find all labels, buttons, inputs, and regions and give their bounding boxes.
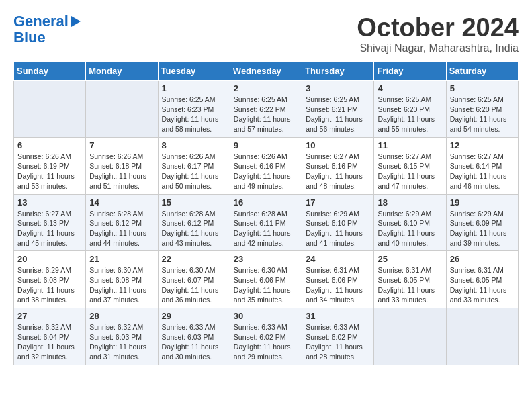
day-info: Sunrise: 6:25 AM Sunset: 6:20 PM Dayligh… (378, 95, 442, 134)
calendar-cell (446, 308, 518, 365)
day-info: Sunrise: 6:33 AM Sunset: 6:03 PM Dayligh… (162, 322, 226, 362)
day-info: Sunrise: 6:25 AM Sunset: 6:21 PM Dayligh… (306, 95, 370, 134)
day-number: 21 (89, 254, 154, 264)
day-number: 28 (89, 311, 154, 321)
location-title: Shivaji Nagar, Maharashtra, India (357, 42, 519, 54)
day-number: 6 (17, 140, 82, 150)
calendar-cell: 13Sunrise: 6:27 AM Sunset: 6:13 PM Dayli… (14, 194, 86, 251)
logo-blue-text: Blue (13, 29, 46, 46)
calendar-cell: 6Sunrise: 6:26 AM Sunset: 6:19 PM Daylig… (14, 137, 86, 194)
day-info: Sunrise: 6:28 AM Sunset: 6:11 PM Dayligh… (234, 209, 298, 248)
day-number: 18 (378, 197, 442, 208)
calendar-cell: 29Sunrise: 6:33 AM Sunset: 6:03 PM Dayli… (158, 308, 230, 365)
day-number: 30 (234, 311, 298, 321)
day-of-week-header: Saturday (446, 62, 518, 81)
day-number: 10 (306, 140, 370, 150)
day-info: Sunrise: 6:27 AM Sunset: 6:13 PM Dayligh… (17, 209, 82, 248)
day-info: Sunrise: 6:33 AM Sunset: 6:02 PM Dayligh… (234, 322, 298, 362)
month-title: October 2024 (357, 13, 519, 42)
day-number: 13 (17, 197, 82, 208)
calendar-cell: 11Sunrise: 6:27 AM Sunset: 6:15 PM Dayli… (374, 137, 446, 194)
calendar-cell: 7Sunrise: 6:26 AM Sunset: 6:18 PM Daylig… (86, 137, 158, 194)
day-number: 12 (450, 140, 515, 150)
calendar-cell: 2Sunrise: 6:25 AM Sunset: 6:22 PM Daylig… (230, 81, 302, 138)
calendar-week-row: 1Sunrise: 6:25 AM Sunset: 6:23 PM Daylig… (14, 81, 519, 138)
day-of-week-header: Wednesday (230, 62, 302, 81)
day-number: 11 (378, 140, 442, 150)
day-number: 7 (89, 140, 154, 150)
calendar-table: SundayMondayTuesdayWednesdayThursdayFrid… (13, 61, 519, 365)
day-number: 22 (162, 254, 226, 264)
day-info: Sunrise: 6:30 AM Sunset: 6:06 PM Dayligh… (234, 265, 298, 305)
calendar-cell: 20Sunrise: 6:29 AM Sunset: 6:08 PM Dayli… (14, 251, 86, 308)
day-number: 17 (306, 197, 370, 208)
calendar-cell: 28Sunrise: 6:32 AM Sunset: 6:03 PM Dayli… (86, 308, 158, 365)
day-info: Sunrise: 6:29 AM Sunset: 6:09 PM Dayligh… (450, 209, 515, 248)
calendar-cell: 4Sunrise: 6:25 AM Sunset: 6:20 PM Daylig… (374, 81, 446, 138)
calendar-cell: 24Sunrise: 6:31 AM Sunset: 6:06 PM Dayli… (302, 251, 374, 308)
title-section: October 2024 Shivaji Nagar, Maharashtra,… (357, 13, 519, 54)
calendar-cell (86, 81, 158, 138)
calendar-cell: 31Sunrise: 6:33 AM Sunset: 6:02 PM Dayli… (302, 308, 374, 365)
day-info: Sunrise: 6:30 AM Sunset: 6:07 PM Dayligh… (162, 265, 226, 305)
page-header: General Blue October 2024 Shivaji Nagar,… (13, 13, 519, 54)
calendar-cell: 26Sunrise: 6:31 AM Sunset: 6:05 PM Dayli… (446, 251, 518, 308)
day-info: Sunrise: 6:29 AM Sunset: 6:10 PM Dayligh… (378, 209, 442, 248)
day-info: Sunrise: 6:27 AM Sunset: 6:14 PM Dayligh… (450, 152, 515, 191)
calendar-cell: 16Sunrise: 6:28 AM Sunset: 6:11 PM Dayli… (230, 194, 302, 251)
day-of-week-header: Friday (374, 62, 446, 81)
calendar-cell (14, 81, 86, 138)
day-info: Sunrise: 6:27 AM Sunset: 6:15 PM Dayligh… (378, 152, 442, 191)
calendar-cell: 5Sunrise: 6:25 AM Sunset: 6:20 PM Daylig… (446, 81, 518, 138)
calendar-cell: 17Sunrise: 6:29 AM Sunset: 6:10 PM Dayli… (302, 194, 374, 251)
day-info: Sunrise: 6:32 AM Sunset: 6:03 PM Dayligh… (89, 322, 154, 362)
day-info: Sunrise: 6:26 AM Sunset: 6:16 PM Dayligh… (234, 152, 298, 191)
day-info: Sunrise: 6:28 AM Sunset: 6:12 PM Dayligh… (162, 209, 226, 248)
day-info: Sunrise: 6:33 AM Sunset: 6:02 PM Dayligh… (306, 322, 370, 362)
calendar-week-row: 13Sunrise: 6:27 AM Sunset: 6:13 PM Dayli… (14, 194, 519, 251)
calendar-cell: 9Sunrise: 6:26 AM Sunset: 6:16 PM Daylig… (230, 137, 302, 194)
day-of-week-header: Monday (86, 62, 158, 81)
day-number: 2 (234, 83, 298, 93)
calendar-cell: 15Sunrise: 6:28 AM Sunset: 6:12 PM Dayli… (158, 194, 230, 251)
day-info: Sunrise: 6:27 AM Sunset: 6:16 PM Dayligh… (306, 152, 370, 191)
calendar-cell: 1Sunrise: 6:25 AM Sunset: 6:23 PM Daylig… (158, 81, 230, 138)
day-number: 19 (450, 197, 515, 208)
day-info: Sunrise: 6:26 AM Sunset: 6:18 PM Dayligh… (89, 152, 154, 191)
day-number: 5 (450, 83, 515, 93)
day-of-week-header: Thursday (302, 62, 374, 81)
day-number: 27 (17, 311, 82, 321)
calendar-week-row: 20Sunrise: 6:29 AM Sunset: 6:08 PM Dayli… (14, 251, 519, 308)
calendar-cell: 22Sunrise: 6:30 AM Sunset: 6:07 PM Dayli… (158, 251, 230, 308)
day-number: 26 (450, 254, 515, 264)
calendar-cell: 30Sunrise: 6:33 AM Sunset: 6:02 PM Dayli… (230, 308, 302, 365)
day-info: Sunrise: 6:29 AM Sunset: 6:08 PM Dayligh… (17, 265, 82, 305)
day-info: Sunrise: 6:31 AM Sunset: 6:06 PM Dayligh… (306, 265, 370, 305)
calendar-week-row: 27Sunrise: 6:32 AM Sunset: 6:04 PM Dayli… (14, 308, 519, 365)
calendar-week-row: 6Sunrise: 6:26 AM Sunset: 6:19 PM Daylig… (14, 137, 519, 194)
day-number: 9 (234, 140, 298, 150)
day-number: 1 (162, 83, 226, 93)
calendar-cell: 21Sunrise: 6:30 AM Sunset: 6:08 PM Dayli… (86, 251, 158, 308)
day-number: 4 (378, 83, 442, 93)
logo-arrow-icon (71, 16, 81, 27)
calendar-cell: 10Sunrise: 6:27 AM Sunset: 6:16 PM Dayli… (302, 137, 374, 194)
day-info: Sunrise: 6:28 AM Sunset: 6:12 PM Dayligh… (89, 209, 154, 248)
day-of-week-header: Tuesday (158, 62, 230, 81)
calendar-cell: 18Sunrise: 6:29 AM Sunset: 6:10 PM Dayli… (374, 194, 446, 251)
calendar-cell: 25Sunrise: 6:31 AM Sunset: 6:05 PM Dayli… (374, 251, 446, 308)
calendar-cell: 14Sunrise: 6:28 AM Sunset: 6:12 PM Dayli… (86, 194, 158, 251)
day-number: 15 (162, 197, 226, 208)
calendar-body: 1Sunrise: 6:25 AM Sunset: 6:23 PM Daylig… (14, 81, 519, 365)
day-number: 23 (234, 254, 298, 264)
calendar-cell: 12Sunrise: 6:27 AM Sunset: 6:14 PM Dayli… (446, 137, 518, 194)
day-info: Sunrise: 6:25 AM Sunset: 6:20 PM Dayligh… (450, 95, 515, 134)
day-number: 20 (17, 254, 82, 264)
day-number: 16 (234, 197, 298, 208)
calendar-header-row: SundayMondayTuesdayWednesdayThursdayFrid… (14, 62, 519, 81)
calendar-cell (374, 308, 446, 365)
day-info: Sunrise: 6:31 AM Sunset: 6:05 PM Dayligh… (378, 265, 442, 305)
day-number: 8 (162, 140, 226, 150)
day-info: Sunrise: 6:31 AM Sunset: 6:05 PM Dayligh… (450, 265, 515, 305)
day-info: Sunrise: 6:25 AM Sunset: 6:22 PM Dayligh… (234, 95, 298, 134)
